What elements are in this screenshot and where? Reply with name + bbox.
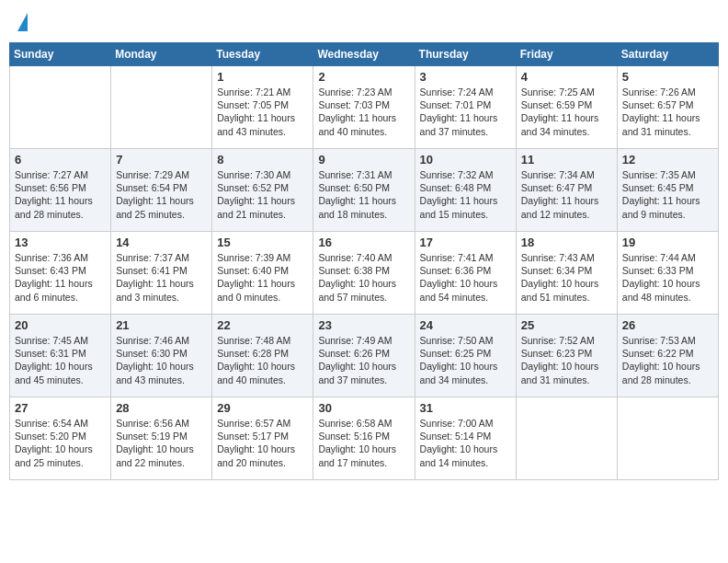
calendar-week-row: 1Sunrise: 7:21 AMSunset: 7:05 PMDaylight… — [10, 66, 719, 149]
calendar-cell: 5Sunrise: 7:26 AMSunset: 6:57 PMDaylight… — [617, 66, 718, 149]
day-number: 2 — [318, 70, 409, 84]
day-number: 31 — [420, 401, 511, 415]
day-info: Sunrise: 7:00 AMSunset: 5:14 PMDaylight:… — [420, 417, 511, 469]
calendar-cell: 23Sunrise: 7:49 AMSunset: 6:26 PMDayligh… — [313, 315, 415, 397]
day-number: 8 — [217, 153, 308, 167]
day-header-saturday: Saturday — [617, 43, 718, 66]
calendar-cell: 30Sunrise: 6:58 AMSunset: 5:16 PMDayligh… — [313, 397, 415, 480]
day-number: 18 — [521, 236, 612, 249]
calendar-week-row: 27Sunrise: 6:54 AMSunset: 5:20 PMDayligh… — [10, 397, 719, 480]
calendar-cell: 25Sunrise: 7:52 AMSunset: 6:23 PMDayligh… — [516, 315, 617, 397]
day-info: Sunrise: 7:30 AMSunset: 6:52 PMDaylight:… — [217, 168, 308, 221]
day-number: 19 — [622, 236, 713, 249]
day-number: 5 — [622, 70, 713, 84]
day-number: 29 — [217, 401, 308, 415]
day-number: 15 — [217, 236, 308, 249]
calendar-cell: 8Sunrise: 7:30 AMSunset: 6:52 PMDaylight… — [212, 149, 313, 232]
calendar-cell: 29Sunrise: 6:57 AMSunset: 5:17 PMDayligh… — [212, 397, 313, 480]
calendar-cell: 9Sunrise: 7:31 AMSunset: 6:50 PMDaylight… — [313, 149, 415, 232]
calendar-cell — [10, 66, 111, 149]
day-info: Sunrise: 7:37 AMSunset: 6:41 PMDaylight:… — [116, 251, 207, 304]
day-info: Sunrise: 7:25 AMSunset: 6:59 PMDaylight:… — [521, 86, 612, 138]
calendar-cell: 22Sunrise: 7:48 AMSunset: 6:28 PMDayligh… — [212, 315, 313, 397]
day-number: 13 — [15, 236, 106, 249]
calendar-week-row: 20Sunrise: 7:45 AMSunset: 6:31 PMDayligh… — [10, 315, 719, 397]
calendar-cell: 21Sunrise: 7:46 AMSunset: 6:30 PMDayligh… — [111, 315, 212, 397]
calendar-cell: 4Sunrise: 7:25 AMSunset: 6:59 PMDaylight… — [516, 66, 617, 149]
calendar-cell: 19Sunrise: 7:44 AMSunset: 6:33 PMDayligh… — [617, 232, 718, 315]
day-info: Sunrise: 7:27 AMSunset: 6:56 PMDaylight:… — [15, 168, 106, 221]
day-number: 21 — [116, 318, 207, 332]
day-number: 26 — [622, 318, 713, 332]
day-number: 4 — [521, 70, 612, 84]
day-info: Sunrise: 7:41 AMSunset: 6:36 PMDaylight:… — [420, 251, 511, 304]
calendar-cell: 13Sunrise: 7:36 AMSunset: 6:43 PMDayligh… — [10, 232, 111, 315]
day-header-wednesday: Wednesday — [313, 43, 415, 66]
calendar-cell: 17Sunrise: 7:41 AMSunset: 6:36 PMDayligh… — [415, 232, 516, 315]
day-info: Sunrise: 7:53 AMSunset: 6:22 PMDaylight:… — [622, 334, 713, 386]
day-number: 23 — [318, 318, 409, 332]
calendar-cell: 27Sunrise: 6:54 AMSunset: 5:20 PMDayligh… — [10, 397, 111, 480]
day-info: Sunrise: 7:24 AMSunset: 7:01 PMDaylight:… — [420, 86, 511, 138]
calendar-header-row: SundayMondayTuesdayWednesdayThursdayFrid… — [10, 43, 719, 66]
calendar-cell: 31Sunrise: 7:00 AMSunset: 5:14 PMDayligh… — [415, 397, 516, 480]
calendar-week-row: 13Sunrise: 7:36 AMSunset: 6:43 PMDayligh… — [10, 232, 719, 315]
calendar-cell: 16Sunrise: 7:40 AMSunset: 6:38 PMDayligh… — [313, 232, 415, 315]
day-number: 30 — [318, 401, 409, 415]
calendar-cell: 12Sunrise: 7:35 AMSunset: 6:45 PMDayligh… — [617, 149, 718, 232]
day-info: Sunrise: 7:29 AMSunset: 6:54 PMDaylight:… — [116, 168, 207, 221]
calendar-cell: 14Sunrise: 7:37 AMSunset: 6:41 PMDayligh… — [111, 232, 212, 315]
day-header-tuesday: Tuesday — [212, 43, 313, 66]
calendar-cell — [111, 66, 212, 149]
day-number: 3 — [420, 70, 511, 84]
day-number: 11 — [521, 153, 612, 167]
day-number: 14 — [116, 236, 207, 249]
day-number: 20 — [15, 318, 106, 332]
day-number: 7 — [116, 153, 207, 167]
day-info: Sunrise: 6:54 AMSunset: 5:20 PMDaylight:… — [15, 417, 106, 469]
day-info: Sunrise: 7:36 AMSunset: 6:43 PMDaylight:… — [15, 251, 106, 304]
day-info: Sunrise: 7:45 AMSunset: 6:31 PMDaylight:… — [15, 334, 106, 386]
calendar-cell: 28Sunrise: 6:56 AMSunset: 5:19 PMDayligh… — [111, 397, 212, 480]
day-info: Sunrise: 7:35 AMSunset: 6:45 PMDaylight:… — [622, 168, 713, 221]
calendar-cell: 20Sunrise: 7:45 AMSunset: 6:31 PMDayligh… — [10, 315, 111, 397]
calendar-cell — [516, 397, 617, 480]
day-info: Sunrise: 7:52 AMSunset: 6:23 PMDaylight:… — [521, 334, 612, 386]
calendar-cell: 6Sunrise: 7:27 AMSunset: 6:56 PMDaylight… — [10, 149, 111, 232]
day-number: 12 — [622, 153, 713, 167]
calendar-cell: 11Sunrise: 7:34 AMSunset: 6:47 PMDayligh… — [516, 149, 617, 232]
calendar-cell: 18Sunrise: 7:43 AMSunset: 6:34 PMDayligh… — [516, 232, 617, 315]
day-info: Sunrise: 7:48 AMSunset: 6:28 PMDaylight:… — [217, 334, 308, 386]
day-number: 9 — [318, 153, 409, 167]
calendar-cell: 3Sunrise: 7:24 AMSunset: 7:01 PMDaylight… — [415, 66, 516, 149]
day-number: 25 — [521, 318, 612, 332]
day-info: Sunrise: 7:39 AMSunset: 6:40 PMDaylight:… — [217, 251, 308, 304]
calendar-cell: 7Sunrise: 7:29 AMSunset: 6:54 PMDaylight… — [111, 149, 212, 232]
day-header-sunday: Sunday — [10, 43, 111, 66]
calendar-cell: 15Sunrise: 7:39 AMSunset: 6:40 PMDayligh… — [212, 232, 313, 315]
day-number: 6 — [15, 153, 106, 167]
day-number: 28 — [116, 401, 207, 415]
day-info: Sunrise: 7:50 AMSunset: 6:25 PMDaylight:… — [420, 334, 511, 386]
page-header — [9, 9, 719, 35]
day-info: Sunrise: 7:26 AMSunset: 6:57 PMDaylight:… — [622, 86, 713, 138]
day-number: 27 — [15, 401, 106, 415]
day-info: Sunrise: 7:46 AMSunset: 6:30 PMDaylight:… — [116, 334, 207, 386]
day-info: Sunrise: 7:34 AMSunset: 6:47 PMDaylight:… — [521, 168, 612, 221]
day-info: Sunrise: 7:21 AMSunset: 7:05 PMDaylight:… — [217, 86, 308, 138]
day-info: Sunrise: 7:44 AMSunset: 6:33 PMDaylight:… — [622, 251, 713, 304]
calendar-cell: 24Sunrise: 7:50 AMSunset: 6:25 PMDayligh… — [415, 315, 516, 397]
day-info: Sunrise: 6:58 AMSunset: 5:16 PMDaylight:… — [318, 417, 409, 469]
day-info: Sunrise: 7:43 AMSunset: 6:34 PMDaylight:… — [521, 251, 612, 304]
day-number: 22 — [217, 318, 308, 332]
day-number: 16 — [318, 236, 409, 249]
day-info: Sunrise: 7:40 AMSunset: 6:38 PMDaylight:… — [318, 251, 409, 304]
day-header-monday: Monday — [111, 43, 212, 66]
logo — [15, 13, 28, 31]
calendar-table: SundayMondayTuesdayWednesdayThursdayFrid… — [9, 42, 719, 480]
calendar-cell: 2Sunrise: 7:23 AMSunset: 7:03 PMDaylight… — [313, 66, 415, 149]
day-number: 17 — [420, 236, 511, 249]
day-header-friday: Friday — [516, 43, 617, 66]
day-info: Sunrise: 6:56 AMSunset: 5:19 PMDaylight:… — [116, 417, 207, 469]
calendar-week-row: 6Sunrise: 7:27 AMSunset: 6:56 PMDaylight… — [10, 149, 719, 232]
